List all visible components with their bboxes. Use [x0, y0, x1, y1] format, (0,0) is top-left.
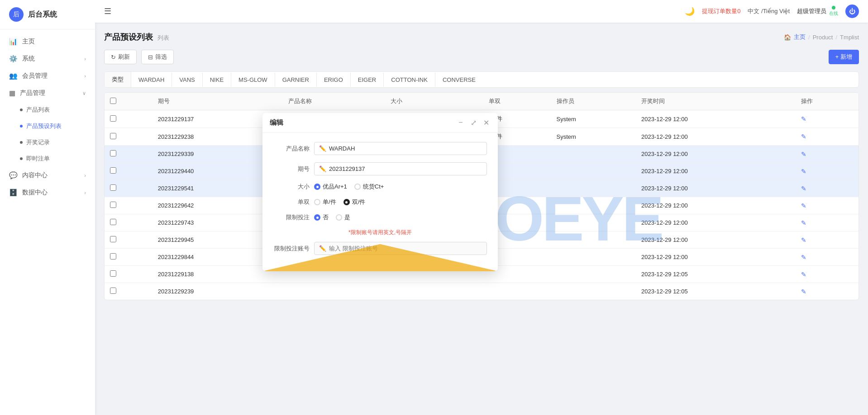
- size-option-tonghuo[interactable]: 统货Ct+: [354, 183, 384, 191]
- row-edit-button[interactable]: ✎: [801, 151, 806, 158]
- sidebar-item-products[interactable]: ▦ 产品管理 ∨: [0, 85, 95, 102]
- odd-option[interactable]: 单/件: [314, 198, 336, 206]
- edit-icon-account[interactable]: ✏️: [319, 245, 326, 252]
- row-checkbox[interactable]: [110, 288, 116, 294]
- row-edit-button[interactable]: ✎: [801, 168, 806, 175]
- row-edit-button[interactable]: ✎: [801, 288, 806, 295]
- system-icon: ⚙️: [9, 55, 18, 63]
- moon-icon[interactable]: 🌙: [685, 6, 695, 16]
- modal-expand-button[interactable]: ⤢: [469, 118, 478, 127]
- members-icon: 👥: [9, 72, 18, 80]
- filter-tab-garnier[interactable]: GARNIER: [275, 73, 317, 87]
- edit-icon-period[interactable]: ✏️: [319, 165, 326, 172]
- row-checkbox[interactable]: [110, 184, 116, 191]
- filter-button[interactable]: ⊟ 筛选: [141, 50, 174, 64]
- cell-open-time: 2023-12-29 12:00: [636, 163, 796, 180]
- row-edit-button[interactable]: ✎: [801, 271, 806, 278]
- data-icon: 🗄️: [9, 189, 18, 197]
- row-edit-button[interactable]: ✎: [801, 236, 806, 244]
- dot-icon-3: [20, 141, 23, 144]
- pending-orders[interactable]: 提现订单数量0: [702, 7, 740, 15]
- modal-note-text: *限制账号请用英文,号隔开: [348, 229, 412, 236]
- hamburger-icon[interactable]: ☰: [104, 6, 111, 16]
- breadcrumb: 🏠 主页 / Product / Tmplist: [784, 33, 859, 41]
- filter-tab-nike[interactable]: NIKE: [203, 73, 231, 87]
- sidebar-item-members-label: 会员管理: [22, 72, 48, 80]
- modal-close-button[interactable]: ✕: [482, 118, 491, 127]
- breadcrumb-tmplist: Tmplist: [840, 34, 859, 41]
- language-selector[interactable]: 中文 /Tiếng Việt: [748, 7, 790, 15]
- sidebar-item-data[interactable]: 🗄️ 数据中心 ›: [0, 184, 95, 201]
- row-checkbox[interactable]: [110, 202, 116, 208]
- refresh-icon: ↻: [111, 54, 116, 61]
- cell-open-time: 2023-12-29 12:00: [636, 146, 796, 163]
- row-edit-button[interactable]: ✎: [801, 202, 806, 209]
- sidebar-item-instant-order[interactable]: 即时注单: [0, 151, 95, 167]
- even-option[interactable]: 双/件: [343, 198, 366, 206]
- modal-header: 编辑 − ⤢ ✕: [262, 113, 498, 133]
- row-checkbox[interactable]: [110, 236, 116, 242]
- new-button[interactable]: + 新增: [829, 50, 859, 64]
- filter-tab-erigo[interactable]: ERIGO: [317, 73, 351, 87]
- radio-yes-icon: [336, 214, 342, 221]
- row-edit-button[interactable]: ✎: [801, 185, 806, 192]
- edit-icon-product[interactable]: ✏️: [319, 145, 326, 152]
- sidebar-item-product-preset[interactable]: 产品预设列表: [0, 118, 95, 134]
- online-indicator: [832, 6, 835, 9]
- filter-tab-wardah[interactable]: WARDAH: [131, 73, 172, 87]
- app-name: 后台系统: [28, 10, 57, 19]
- sidebar-item-content-label: 内容中心: [22, 171, 48, 179]
- toolbar: ↻ 刷新 ⊟ 筛选 + 新增: [104, 50, 859, 64]
- form-row-period: 期号 ✏️ 20231229137: [273, 162, 487, 175]
- row-checkbox[interactable]: [110, 133, 116, 139]
- cell-open-time: 2023-12-29 12:00: [636, 249, 796, 266]
- sidebar-logo: 后 后台系统: [0, 0, 95, 29]
- breadcrumb-home[interactable]: 主页: [794, 33, 806, 41]
- sidebar-item-system[interactable]: ⚙️ 系统 ›: [0, 50, 95, 67]
- cell-operator: System: [551, 128, 636, 146]
- filter-tab-eiger[interactable]: EIGER: [351, 73, 384, 87]
- row-checkbox[interactable]: [110, 219, 116, 225]
- form-row-limit-account: 限制投注账号 ✏️: [273, 242, 487, 255]
- filter-tab-vans[interactable]: VANS: [172, 73, 202, 87]
- even-label: 双/件: [352, 198, 366, 206]
- limit-account-input[interactable]: [329, 245, 482, 252]
- row-checkbox[interactable]: [110, 253, 116, 259]
- size-option-youpin[interactable]: 优品Ar+1: [314, 183, 347, 191]
- size-youpin-label: 优品Ar+1: [323, 183, 347, 191]
- row-checkbox[interactable]: [110, 167, 116, 174]
- filter-tab-msglow[interactable]: MS-GLOW: [231, 73, 275, 87]
- sidebar-item-home[interactable]: 📊 主页: [0, 33, 95, 50]
- row-checkbox[interactable]: [110, 270, 116, 277]
- power-button[interactable]: ⏻: [845, 5, 859, 18]
- cell-operator: [551, 266, 636, 283]
- col-checkbox: [105, 93, 153, 110]
- sidebar-item-open-records[interactable]: 开奖记录: [0, 134, 95, 151]
- limit-bet-yes[interactable]: 是: [336, 213, 350, 222]
- row-checkbox[interactable]: [110, 150, 116, 156]
- filter-tab-cotton-ink[interactable]: COTTON-INK: [384, 73, 435, 87]
- limit-bet-no[interactable]: 否: [314, 213, 329, 222]
- refresh-button[interactable]: ↻ 刷新: [104, 50, 137, 64]
- modal-minimize-button[interactable]: −: [456, 118, 465, 127]
- cell-open-time: 2023-12-29 12:00: [636, 180, 796, 197]
- sidebar-item-members[interactable]: 👥 会员管理 ›: [0, 67, 95, 85]
- row-edit-button[interactable]: ✎: [801, 254, 806, 261]
- filter-type-label: 类型: [105, 72, 131, 87]
- filter-tabs: 类型 WARDAH VANS NIKE MS-GLOW GARNIER ERIG…: [104, 71, 859, 88]
- cell-operator: [551, 180, 636, 197]
- sidebar-item-product-list[interactable]: 产品列表: [0, 102, 95, 118]
- period-value: 20231229137: [329, 165, 365, 172]
- filter-tab-converse[interactable]: CONVERSE: [435, 73, 483, 87]
- row-checkbox[interactable]: [110, 115, 116, 122]
- cell-operator: [551, 214, 636, 231]
- col-period: 期号: [153, 93, 283, 110]
- cell-odd-even: [483, 283, 551, 300]
- dot-icon-1: [20, 108, 23, 111]
- limit-account-input-wrapper[interactable]: ✏️: [314, 242, 487, 255]
- select-all-checkbox[interactable]: [110, 98, 116, 104]
- sidebar-item-content[interactable]: 💬 内容中心 ›: [0, 167, 95, 184]
- row-edit-button[interactable]: ✎: [801, 115, 806, 123]
- row-edit-button[interactable]: ✎: [801, 133, 806, 140]
- row-edit-button[interactable]: ✎: [801, 219, 806, 226]
